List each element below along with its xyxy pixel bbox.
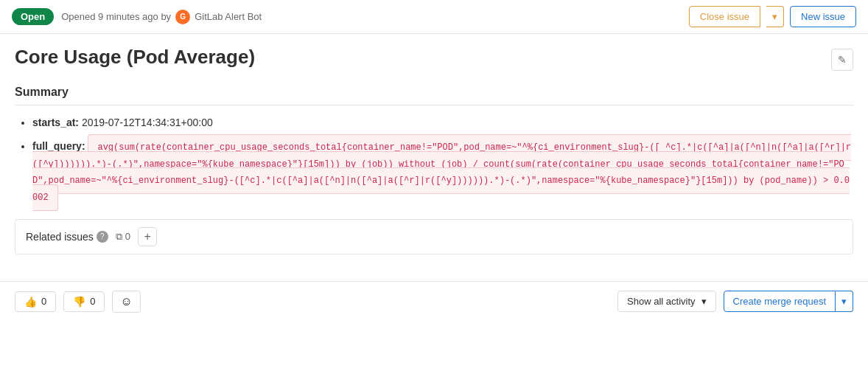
copy-icon: ⧉ [116,231,122,243]
pencil-icon: ✎ [838,54,847,66]
help-icon[interactable]: ? [97,231,108,243]
full-query-label: full_query: [32,140,85,152]
mr-chevron-down-icon [841,296,847,307]
thumbs-up-count: 0 [41,296,46,307]
edit-title-button[interactable]: ✎ [831,49,853,71]
thumbs-down-emoji: 👎 [73,296,85,308]
bot-name: GitLab Alert Bot [195,11,262,22]
chevron-down-icon [772,11,777,22]
add-emoji-button[interactable]: ☺ [112,291,140,313]
related-count-number: 0 [125,231,130,242]
thumbs-down-button[interactable]: 👎 0 [63,291,105,312]
create-merge-request-button[interactable]: Create merge request [724,291,836,312]
thumbs-up-emoji: 👍 [24,296,37,308]
header-bar: Open Opened 9 minutes ago by G GitLab Al… [0,0,868,34]
open-badge: Open [12,8,54,25]
list-item: starts_at: 2019-07-12T14:34:31+00:00 [32,114,853,131]
activity-chevron-icon [701,296,707,307]
add-related-issue-button[interactable]: + [138,227,157,246]
summary-bullet-list: starts_at: 2019-07-12T14:34:31+00:00 ful… [15,114,853,204]
footer-bar: 👍 0 👎 0 ☺ Show all activity Create merge… [0,281,868,322]
thumbs-up-button[interactable]: 👍 0 [15,291,56,312]
related-issues-bar: Related issues ? ⧉ 0 + [15,219,853,254]
starts-at-value: 2019-07-12T14:34:31+00:00 [82,117,213,128]
full-query-value: avg(sum(rate(container_cpu_usage_seconds… [32,134,851,210]
new-issue-button[interactable]: New issue [790,6,856,27]
header-actions: Close issue New issue [689,6,856,27]
starts-at-label: starts_at: [32,117,79,128]
header-meta: Opened 9 minutes ago by G GitLab Alert B… [61,10,682,24]
issue-title-row: Core Usage (Pod Average) ✎ [15,46,853,71]
related-count: ⧉ 0 [116,231,130,243]
related-issues-label: Related issues ? [26,231,108,243]
plus-icon: + [144,230,150,243]
show-activity-dropdown[interactable]: Show all activity [617,291,715,312]
footer-right: Show all activity Create merge request [617,291,853,312]
bot-avatar: G [175,10,190,24]
close-issue-button[interactable]: Close issue [689,6,760,27]
opened-meta-text: Opened 9 minutes ago by [61,11,171,22]
create-mr-group: Create merge request [724,291,853,312]
summary-section-title: Summary [15,86,853,105]
create-mr-dropdown-button[interactable] [836,291,853,312]
close-issue-dropdown-button[interactable] [766,6,784,27]
show-activity-label: Show all activity [627,296,695,307]
emoji-icon: ☺ [120,295,132,308]
list-item: full_query: avg(sum(rate(container_cpu_u… [32,138,853,204]
related-issues-text: Related issues [26,231,94,243]
issue-title: Core Usage (Pod Average) [15,46,255,69]
thumbs-down-count: 0 [90,296,95,307]
main-content: Core Usage (Pod Average) ✎ Summary start… [0,34,868,281]
